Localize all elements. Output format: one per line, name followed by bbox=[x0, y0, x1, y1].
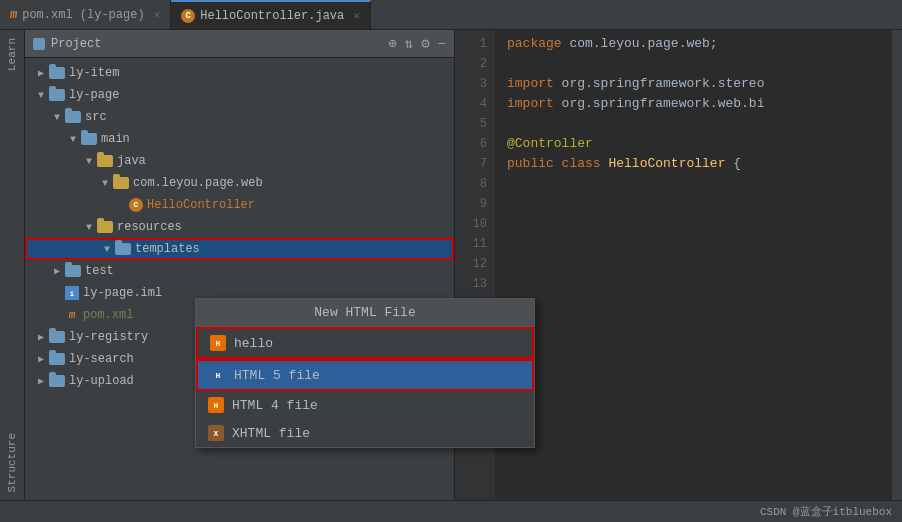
popup-item-xhtml[interactable]: X XHTML file bbox=[196, 419, 534, 447]
tree-label-ly-search: ly-search bbox=[69, 352, 134, 366]
sidebar-item-structure[interactable]: Structure bbox=[2, 425, 22, 500]
iml-icon: i bbox=[65, 286, 79, 300]
folder-ly-page-icon bbox=[49, 89, 65, 101]
popup-item-html4[interactable]: H HTML 4 file bbox=[196, 391, 534, 419]
sidebar-item-learn[interactable]: Learn bbox=[2, 30, 22, 79]
code-line-12 bbox=[507, 254, 880, 274]
code-area: package com.leyou.page.web; import org.s… bbox=[495, 30, 892, 500]
code-line-15 bbox=[507, 314, 880, 334]
code-line-17: } bbox=[507, 354, 880, 374]
tab-pom[interactable]: m pom.xml (ly-page) ✕ bbox=[0, 0, 171, 29]
arrow-main: ▼ bbox=[65, 131, 81, 147]
tab-bar: m pom.xml (ly-page) ✕ c HelloController.… bbox=[0, 0, 902, 30]
tree-item-resources[interactable]: ▼ resources bbox=[25, 216, 454, 238]
code-line-3: import org.springframework.stereo bbox=[507, 74, 880, 94]
popup-label-hello: hello bbox=[234, 336, 273, 351]
code-line-14 bbox=[507, 294, 880, 314]
arrow-templates: ▼ bbox=[99, 241, 115, 257]
arrow-ly-registry: ▶ bbox=[33, 329, 49, 345]
arrow-ly-upload: ▶ bbox=[33, 373, 49, 389]
tree-label-ly-item: ly-item bbox=[69, 66, 119, 80]
minimize-icon[interactable]: − bbox=[438, 36, 446, 52]
popup-label-html5: HTML 5 file bbox=[234, 368, 320, 383]
code-line-1: package com.leyou.page.web; bbox=[507, 34, 880, 54]
html-icon-hello: H bbox=[210, 335, 226, 351]
folder-main-icon bbox=[81, 133, 97, 145]
folder-package-icon bbox=[113, 177, 129, 189]
folder-resources-icon bbox=[97, 221, 113, 233]
folder-ly-upload-icon bbox=[49, 375, 65, 387]
tree-item-src[interactable]: ▼ src bbox=[25, 106, 454, 128]
folder-src-icon bbox=[65, 111, 81, 123]
project-folder-icon bbox=[33, 38, 45, 50]
tree-item-main[interactable]: ▼ main bbox=[25, 128, 454, 150]
popup-menu: New HTML File H hello H HTML 5 file H HT… bbox=[195, 298, 535, 448]
tree-label-pom: pom.xml bbox=[83, 308, 133, 322]
tab-hello[interactable]: c HelloController.java ✕ bbox=[171, 0, 371, 29]
folder-ly-registry-icon bbox=[49, 331, 65, 343]
tree-label-main: main bbox=[101, 132, 130, 146]
project-header: Project ⊕ ⇅ ⚙ − bbox=[25, 30, 454, 58]
arrow-hellocontroller bbox=[121, 197, 129, 213]
html4-icon: H bbox=[208, 397, 224, 413]
tree-label-java: java bbox=[117, 154, 146, 168]
code-line-16 bbox=[507, 334, 880, 354]
code-line-4: import org.springframework.web.bi bbox=[507, 94, 880, 114]
folder-templates-icon bbox=[115, 243, 131, 255]
arrow-test: ▶ bbox=[49, 263, 65, 279]
tab-pom-label: pom.xml (ly-page) bbox=[22, 8, 144, 22]
watermark-text: CSDN @蓝盒子itbluebox bbox=[760, 504, 892, 519]
arrow-ly-page: ▼ bbox=[33, 87, 49, 103]
tree-item-ly-page[interactable]: ▼ ly-page bbox=[25, 84, 454, 106]
project-title: Project bbox=[51, 37, 101, 51]
tree-label-iml: ly-page.iml bbox=[83, 286, 162, 300]
code-line-10 bbox=[507, 214, 880, 234]
arrow-ly-search: ▶ bbox=[33, 351, 49, 367]
tree-label-templates: templates bbox=[135, 242, 200, 256]
popup-item-html5[interactable]: H HTML 5 file bbox=[196, 359, 534, 391]
folder-test-icon bbox=[65, 265, 81, 277]
html5-icon: H bbox=[210, 367, 226, 383]
settings-icon[interactable]: ⚙ bbox=[421, 35, 429, 52]
popup-label-xhtml: XHTML file bbox=[232, 426, 310, 441]
main-area: Learn Structure Project ⊕ ⇅ ⚙ − ▶ ly-it bbox=[0, 30, 902, 500]
arrow-resources: ▼ bbox=[81, 219, 97, 235]
arrows-icon[interactable]: ⇅ bbox=[405, 35, 413, 52]
arrow-pom bbox=[57, 307, 65, 323]
code-line-2 bbox=[507, 54, 880, 74]
tree-label-resources: resources bbox=[117, 220, 182, 234]
add-icon[interactable]: ⊕ bbox=[388, 35, 396, 52]
m-pom-icon: m bbox=[65, 308, 79, 322]
tree-label-test: test bbox=[85, 264, 114, 278]
tree-label-ly-page: ly-page bbox=[69, 88, 119, 102]
tab-pom-close[interactable]: ✕ bbox=[154, 8, 161, 21]
tree-item-test[interactable]: ▶ test bbox=[25, 260, 454, 282]
tree-item-java[interactable]: ▼ java bbox=[25, 150, 454, 172]
tree-label-src: src bbox=[85, 110, 107, 124]
m-icon: m bbox=[10, 8, 17, 22]
tab-hello-close[interactable]: ✕ bbox=[353, 9, 360, 22]
project-header-right: ⊕ ⇅ ⚙ − bbox=[388, 35, 446, 52]
code-line-11 bbox=[507, 234, 880, 254]
project-header-left: Project bbox=[33, 37, 101, 51]
code-line-8 bbox=[507, 174, 880, 194]
arrow-java: ▼ bbox=[81, 153, 97, 169]
folder-ly-item-icon bbox=[49, 67, 65, 79]
folder-java-icon bbox=[97, 155, 113, 167]
tree-label-ly-upload: ly-upload bbox=[69, 374, 134, 388]
popup-title: New HTML File bbox=[196, 299, 534, 327]
scrollbar[interactable] bbox=[892, 30, 902, 500]
tree-item-templates[interactable]: ▼ templates bbox=[25, 238, 454, 260]
c-icon: c bbox=[181, 9, 195, 23]
folder-ly-search-icon bbox=[49, 353, 65, 365]
xhtml-icon: X bbox=[208, 425, 224, 441]
arrow-iml bbox=[57, 285, 65, 301]
tree-item-package[interactable]: ▼ com.leyou.page.web bbox=[25, 172, 454, 194]
bottom-bar: CSDN @蓝盒子itbluebox bbox=[0, 500, 902, 522]
tree-item-hellocontroller[interactable]: c HelloController bbox=[25, 194, 454, 216]
tree-item-ly-item[interactable]: ▶ ly-item bbox=[25, 62, 454, 84]
vertical-sidebar: Learn Structure bbox=[0, 30, 25, 500]
code-line-6: @Controller bbox=[507, 134, 880, 154]
tab-hello-label: HelloController.java bbox=[200, 9, 344, 23]
popup-item-hello[interactable]: H hello bbox=[196, 327, 534, 359]
